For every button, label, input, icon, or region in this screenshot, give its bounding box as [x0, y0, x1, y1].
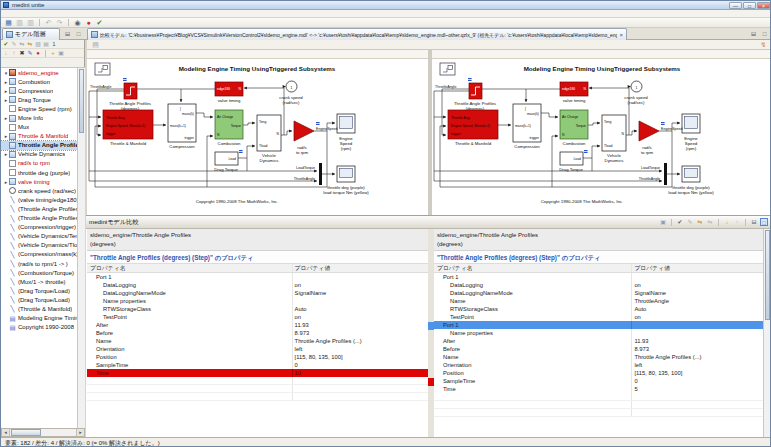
- resolved-check-icon[interactable]: ✔: [95, 18, 104, 27]
- tree-item[interactable]: ╲(Throttle Angle Profiles): [1, 204, 77, 213]
- accept-property-icon[interactable]: ✔: [676, 218, 684, 226]
- tree-item[interactable]: ╲(Compression/mass(k)): [1, 250, 77, 259]
- model-canvas-remote[interactable]: Throttle Angle Profiles(degrees)Throttle…: [432, 59, 771, 215]
- tree-horizontal-scrollbar[interactable]: ◂ ▸: [1, 428, 85, 437]
- tree-item[interactable]: ╲(Vehicle Dynamics/Teng): [1, 232, 77, 241]
- show-differences-icon[interactable]: ◉: [73, 18, 82, 27]
- copy-to-left-icon[interactable]: ⇆: [18, 40, 26, 48]
- copy-to-right-icon[interactable]: ⇆: [706, 218, 714, 226]
- edit-property-icon[interactable]: ✎: [686, 218, 694, 226]
- scroll-right-icon[interactable]: ▸: [76, 429, 84, 436]
- tree-item[interactable]: ╲(Vehicle Dynamics/Tload): [1, 241, 77, 250]
- property-row[interactable]: DataLoggingon: [434, 281, 763, 289]
- copy-to-right-icon[interactable]: ⇆: [26, 40, 34, 48]
- stop-icon[interactable]: ●: [34, 49, 42, 57]
- property-row[interactable]: Orientationleft: [87, 345, 428, 353]
- previous-difference-icon[interactable]: ↑: [10, 49, 18, 57]
- diagram-block-drag-torque[interactable]: LoadDrag Torque: [214, 152, 238, 172]
- tree-item[interactable]: ╲(Compression/trigger): [1, 223, 77, 232]
- property-row[interactable]: Position[115, 80, 135, 100]: [434, 369, 763, 377]
- tree-item[interactable]: ▸Combustion: [1, 77, 77, 86]
- navigate-diff-icon[interactable]: ▤: [91, 40, 100, 49]
- property-row[interactable]: TestPointon: [434, 313, 763, 321]
- diagram-block-drag-torque[interactable]: LoadDrag Torque: [559, 152, 583, 172]
- tree-item[interactable]: ╲(rad/s to rpm/1 -> ): [1, 259, 77, 268]
- diagram-block-subsystem-frame-icon[interactable]: [440, 63, 455, 75]
- tree-item[interactable]: ╲(valve timing/edge180): [1, 195, 77, 204]
- diagram-block-throttle-angle-profiles[interactable]: Throttle Angle Profiles(degrees): [454, 83, 496, 111]
- property-row[interactable]: Time5: [434, 385, 763, 393]
- tree-item[interactable]: ╲(Combustion/Torque): [1, 268, 77, 277]
- close-button[interactable]: ×: [757, 2, 770, 9]
- new-comparison-icon[interactable]: ▦: [4, 18, 13, 27]
- redo-icon[interactable]: ↷: [55, 18, 64, 27]
- diagram-block-vehicle-dynamics[interactable]: TengNTloadVehicleDynamics: [257, 115, 281, 163]
- copy-to-left-icon[interactable]: ⇆: [696, 218, 704, 226]
- property-row[interactable]: DataLoggingNameModeSignalName: [87, 289, 428, 297]
- next-difference-icon[interactable]: ↓: [723, 218, 731, 226]
- window-layout-icon[interactable]: ▣: [57, 49, 65, 57]
- diagram-block-engine-speed-scope[interactable]: EngineSpeed(rpm): [337, 114, 355, 151]
- diagram-block-crank-speed-port[interactable]: 1crank speed(rad/sec): [624, 81, 648, 105]
- property-row[interactable]: Name properties: [434, 329, 763, 337]
- tree-item[interactable]: ▸More Info: [1, 113, 77, 122]
- tree-item[interactable]: ▸Drag Torque: [1, 95, 77, 104]
- minimize-view-icon[interactable]: ⊟: [63, 29, 72, 39]
- tree-item[interactable]: throttle deg (purple): [1, 168, 77, 177]
- property-row[interactable]: Port 1: [87, 273, 428, 281]
- property-row[interactable]: Position[115, 80, 135, 100]: [87, 353, 428, 361]
- accept-change-icon[interactable]: ✔: [2, 40, 10, 48]
- scrollbar-thumb[interactable]: [11, 429, 41, 436]
- diagram-block-compression[interactable]: ʃmass(k)mass(k+1)triggerCompression: [168, 104, 196, 149]
- diagram-block-throttle-manifold[interactable]: Throttle Ang.Engine Speed, Mass(k+1)trig…: [448, 110, 498, 146]
- scroll-left-icon[interactable]: ◂: [2, 429, 10, 436]
- tree-item[interactable]: ▤Copyright 1990-2008: [1, 323, 77, 332]
- scrollbar-thumb[interactable]: [765, 230, 770, 320]
- property-row[interactable]: TestPointon: [87, 313, 428, 321]
- hint-icon[interactable]: +: [49, 49, 57, 57]
- diagram-block-subsystem-frame-icon[interactable]: [95, 63, 110, 75]
- property-row[interactable]: Before8.973: [434, 345, 763, 353]
- model-canvas-local[interactable]: Throttle Angle Profiles(degrees)Throttle…: [87, 59, 428, 215]
- merge-icon[interactable]: ▨: [34, 40, 42, 48]
- property-row[interactable]: NameThrottleAngle: [434, 297, 763, 305]
- edit-signal-icon[interactable]: ✎: [26, 49, 34, 57]
- diagram-block-combustion[interactable]: Air ChargeTorqueNCombustion: [215, 110, 243, 146]
- property-row[interactable]: Time10: [87, 369, 428, 377]
- editor-tab-compare-models[interactable]: 比較モデル: 'C:¥business¥Project¥Blog¥VCS¥Sim…: [87, 28, 627, 40]
- tree-item[interactable]: Mux: [1, 123, 77, 132]
- property-row[interactable]: After11.93: [87, 321, 428, 329]
- minimize-panel-icon[interactable]: ⊟: [750, 218, 758, 226]
- next-difference-icon[interactable]: ↓: [2, 49, 10, 57]
- tree-item[interactable]: ▸Vehicle Dynamics: [1, 150, 77, 159]
- tree-item[interactable]: ▸Throttle & Manifold: [1, 132, 77, 141]
- diagram-block-vehicle-dynamics[interactable]: TengNTloadVehicleDynamics: [602, 115, 626, 163]
- property-row[interactable]: NameThrottle Angle Profiles (...): [434, 353, 763, 361]
- maximize-button[interactable]: □: [743, 2, 756, 9]
- sync-models-icon[interactable]: ↯: [759, 40, 768, 49]
- tree-item[interactable]: Throttle Angle Profiles: [1, 141, 77, 150]
- diagram-block-valve-timing[interactable]: edge180Nvalve timing: [560, 82, 588, 103]
- tree-item[interactable]: ▾sldemo_engine: [1, 68, 77, 77]
- property-row[interactable]: After11.93: [434, 337, 763, 345]
- tree-item[interactable]: ╲(Throttle & Manifold): [1, 304, 77, 313]
- diagram-block-rad-s-to-rpm-gain[interactable]: rad/sto rpm: [294, 121, 314, 155]
- unresolved-marker-icon[interactable]: ●: [84, 18, 93, 27]
- step-one-icon[interactable]: 1: [50, 40, 58, 48]
- tree-vertical-scrollbar[interactable]: [77, 67, 85, 428]
- property-row[interactable]: RTWStorageClassAuto: [87, 305, 428, 313]
- diagram-block-engine-speed-scope[interactable]: EngineSpeed(rpm): [682, 114, 700, 151]
- save-all-icon[interactable]: ▥: [26, 18, 35, 27]
- property-row[interactable]: RTWStorageClassAuto: [434, 305, 763, 313]
- maximize-panel-icon[interactable]: □: [760, 218, 768, 226]
- property-row[interactable]: SampleTime0: [87, 361, 428, 369]
- save-icon[interactable]: ▥: [15, 18, 24, 27]
- tree-item[interactable]: ▤Modeling Engine Timing: [1, 314, 77, 323]
- diagram-block-throttle-manifold[interactable]: Throttle Ang.Engine Speed, Mass(k+1)trig…: [103, 110, 153, 146]
- tree-item[interactable]: rad/s to rpm: [1, 159, 77, 168]
- diagram-block-throttle-load-scope[interactable]: throttle deg (purple)load torque Nm (yel…: [323, 166, 369, 195]
- property-row[interactable]: Port 1: [434, 321, 763, 329]
- diagram-block-rad-s-to-rpm-gain[interactable]: rad/sto rpm: [639, 121, 659, 155]
- tree-item[interactable]: ╲(Mux/1 -> throttle): [1, 277, 77, 286]
- minimize-button[interactable]: —: [729, 2, 742, 9]
